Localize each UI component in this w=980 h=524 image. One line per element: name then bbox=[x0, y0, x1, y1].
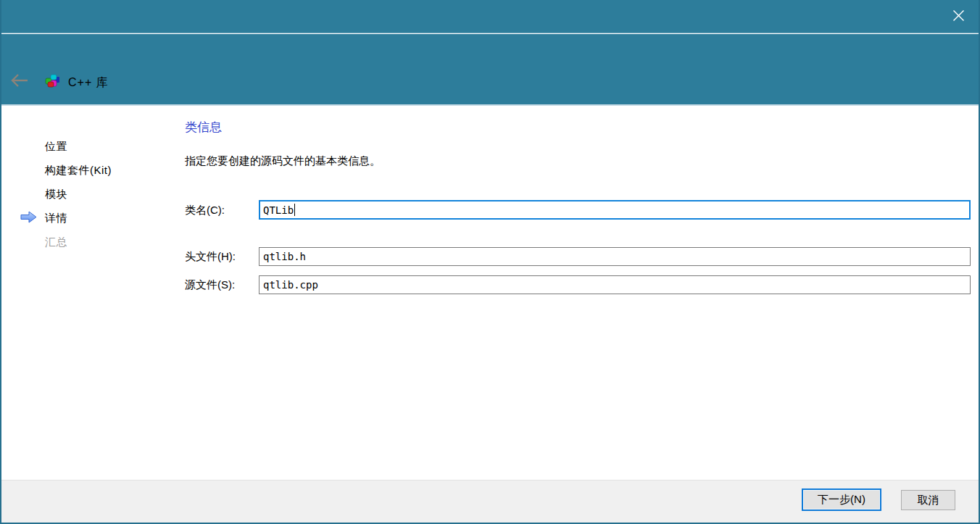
class-name-value: QTLib bbox=[263, 204, 294, 216]
close-button[interactable] bbox=[947, 7, 969, 26]
current-step-arrow-icon bbox=[20, 211, 37, 226]
step-label: 模块 bbox=[45, 188, 67, 201]
step-kits: 构建套件(Kit) bbox=[20, 159, 112, 183]
titlebar bbox=[0, 0, 980, 33]
cancel-button-label: 取消 bbox=[918, 494, 939, 507]
header-file-input[interactable]: qtlib.h bbox=[259, 247, 971, 266]
wizard-title: C++ 库 bbox=[68, 75, 109, 91]
step-modules: 模块 bbox=[20, 183, 112, 207]
step-label: 详情 bbox=[45, 212, 67, 225]
step-summary: 汇总 bbox=[20, 230, 112, 254]
step-label: 构建套件(Kit) bbox=[45, 164, 112, 178]
wizard-header: C++ 库 bbox=[1, 34, 979, 106]
source-file-label: 源文件(S): bbox=[185, 275, 235, 294]
step-label: 汇总 bbox=[45, 236, 67, 249]
text-caret bbox=[294, 204, 295, 216]
class-name-input[interactable]: QTLib bbox=[259, 200, 971, 220]
wizard-window: C++ 库 位置 构建套件(Kit) 模块 bbox=[0, 0, 980, 524]
step-location: 位置 bbox=[20, 135, 112, 159]
header-file-value: qtlib.h bbox=[263, 251, 306, 262]
next-button[interactable]: 下一步(N) bbox=[802, 488, 881, 511]
cancel-button[interactable]: 取消 bbox=[901, 490, 955, 510]
back-button[interactable] bbox=[10, 72, 29, 88]
source-file-input[interactable]: qtlib.cpp bbox=[259, 275, 971, 294]
header-file-label: 头文件(H): bbox=[185, 247, 236, 266]
class-name-label: 类名(C): bbox=[185, 201, 225, 220]
close-icon bbox=[952, 9, 965, 25]
source-file-value: qtlib.cpp bbox=[263, 279, 318, 291]
back-arrow-icon bbox=[10, 78, 29, 91]
step-label: 位置 bbox=[45, 140, 67, 154]
step-details: 详情 bbox=[20, 207, 112, 230]
qt-modules-icon bbox=[45, 74, 60, 89]
next-button-label: 下一步(N) bbox=[818, 493, 865, 507]
page-description: 指定您要创建的源码文件的基本类信息。 bbox=[185, 154, 381, 168]
wizard-steps: 位置 构建套件(Kit) 模块 bbox=[20, 135, 112, 254]
page-title: 类信息 bbox=[185, 119, 222, 136]
